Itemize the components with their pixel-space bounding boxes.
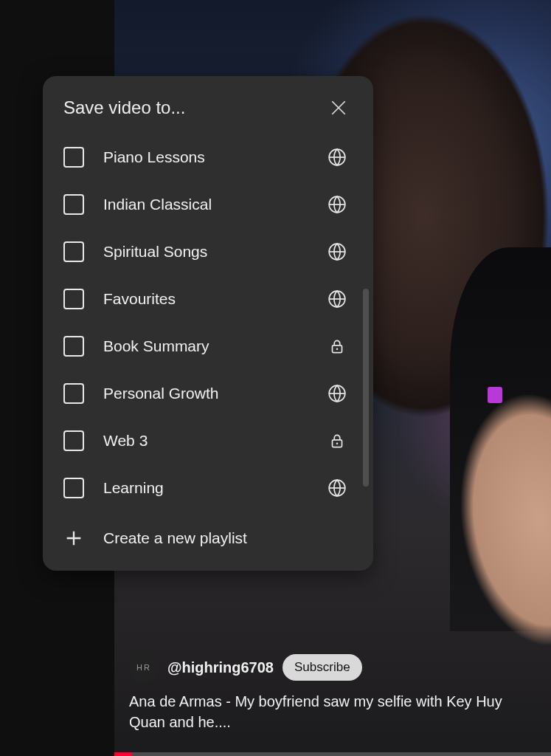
playlist-label: Favourites (103, 290, 308, 308)
lock-icon (328, 431, 347, 450)
bg-chip (488, 387, 502, 403)
playlist-row[interactable]: Book Summary (63, 323, 353, 370)
globe-icon (328, 242, 347, 261)
playlist-row[interactable]: Spiritual Songs (63, 228, 353, 275)
playlist-row[interactable]: Piano Lessons (63, 134, 353, 181)
playlist-label: Learning (103, 479, 308, 497)
playlist-row[interactable]: Learning (63, 464, 353, 512)
globe-icon (328, 384, 347, 403)
playlist-row[interactable]: Favourites (63, 275, 353, 323)
globe-icon (328, 195, 347, 214)
video-info-overlay: HR @highring6708 Subscribe Ana de Armas … (129, 653, 536, 732)
playlist-list[interactable]: Piano LessonsIndian ClassicalSpiritual S… (43, 131, 373, 512)
playlist-label: Web 3 (103, 432, 308, 450)
globe-icon (328, 478, 347, 498)
close-button[interactable] (325, 94, 353, 122)
playlist-row[interactable]: Web 3 (63, 417, 353, 464)
playlist-label: Piano Lessons (103, 148, 308, 166)
playlist-checkbox[interactable] (63, 430, 84, 451)
playlist-checkbox[interactable] (63, 478, 84, 498)
plus-icon (63, 528, 84, 549)
create-playlist-button[interactable]: Create a new playlist (43, 512, 373, 571)
playlist-row[interactable]: Indian Classical (63, 181, 353, 228)
channel-row: HR @highring6708 Subscribe (129, 653, 536, 682)
channel-avatar[interactable]: HR (129, 653, 159, 682)
playlist-label: Indian Classical (103, 196, 308, 213)
playlist-checkbox[interactable] (63, 147, 84, 168)
playlist-label: Personal Growth (103, 385, 308, 402)
playlist-checkbox[interactable] (63, 383, 84, 404)
playlist-checkbox[interactable] (63, 289, 84, 309)
channel-handle[interactable]: @highring6708 (167, 659, 274, 676)
globe-icon (328, 148, 347, 167)
save-to-playlist-dialog: Save video to... Piano LessonsIndian Cla… (43, 76, 373, 571)
playlist-row[interactable]: Personal Growth (63, 370, 353, 417)
playlist-label: Spiritual Songs (103, 243, 308, 261)
scrollbar-thumb[interactable] (363, 289, 369, 487)
dialog-title: Save video to... (63, 97, 185, 118)
lock-icon (328, 337, 347, 356)
video-title: Ana de Armas - My boyfriend saw my selfi… (129, 691, 536, 732)
subscribe-button[interactable]: Subscribe (283, 654, 362, 681)
dialog-header: Save video to... (43, 76, 373, 131)
playlist-label: Book Summary (103, 337, 308, 355)
playlist-checkbox[interactable] (63, 336, 84, 357)
close-icon (328, 97, 350, 119)
create-playlist-label: Create a new playlist (103, 529, 247, 547)
video-progress-track[interactable] (114, 752, 551, 756)
video-progress-fill (114, 752, 132, 756)
globe-icon (328, 289, 347, 309)
playlist-checkbox[interactable] (63, 194, 84, 215)
playlist-checkbox[interactable] (63, 241, 84, 262)
